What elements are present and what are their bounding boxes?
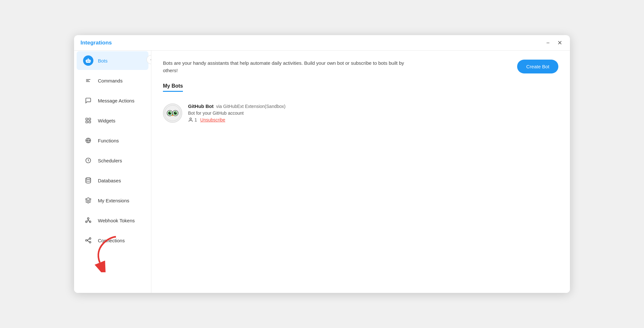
svg-rect-5 bbox=[90, 60, 91, 62]
svg-rect-10 bbox=[89, 118, 91, 120]
sidebar-item-label-widgets: Widgets bbox=[98, 118, 115, 123]
content-description: Bots are your handy assistants that help… bbox=[163, 60, 414, 74]
sidebar-item-label-bots: Bots bbox=[98, 58, 108, 63]
bot-card: GitHub Bot via GitHubExt Extension(Sandb… bbox=[163, 100, 558, 126]
sidebar-item-widgets[interactable]: Widgets bbox=[77, 111, 148, 130]
app-title: Integrations bbox=[80, 40, 112, 46]
bot-description: Bot for your GitHub account bbox=[188, 111, 286, 116]
schedulers-icon bbox=[83, 155, 93, 166]
svg-point-1 bbox=[87, 61, 88, 62]
sidebar-item-my-extensions[interactable]: My Extensions bbox=[77, 191, 148, 210]
sidebar-item-connections[interactable]: Connections bbox=[77, 231, 148, 250]
svg-rect-12 bbox=[89, 121, 91, 123]
databases-icon bbox=[83, 175, 93, 186]
sidebar-item-label-commands: Commands bbox=[98, 78, 123, 83]
svg-point-30 bbox=[170, 112, 171, 113]
svg-rect-3 bbox=[88, 58, 89, 60]
bot-icon bbox=[83, 55, 93, 66]
sidebar-item-label-schedulers: Schedulers bbox=[98, 158, 122, 163]
content-area: Bots are your handy assistants that help… bbox=[151, 51, 570, 293]
commands-icon bbox=[83, 75, 93, 86]
app-window: Integrations − ✕ ‹ bbox=[74, 35, 570, 293]
svg-point-34 bbox=[175, 112, 176, 113]
functions-icon bbox=[83, 135, 93, 146]
svg-rect-0 bbox=[86, 60, 90, 63]
main-body: ‹ Bots bbox=[74, 51, 570, 293]
sidebar-item-label-my-extensions: My Extensions bbox=[98, 198, 129, 203]
svg-line-23 bbox=[87, 239, 90, 240]
message-actions-icon bbox=[83, 95, 93, 106]
sidebar-item-schedulers[interactable]: Schedulers bbox=[77, 151, 148, 170]
titlebar: Integrations − ✕ bbox=[74, 35, 570, 51]
svg-rect-9 bbox=[86, 118, 88, 120]
unsubscribe-button[interactable]: Unsubscribe bbox=[200, 117, 225, 122]
sidebar-item-label-webhook-tokens: Webhook Tokens bbox=[98, 218, 135, 223]
create-bot-button[interactable]: Create Bot bbox=[517, 60, 558, 73]
svg-point-20 bbox=[86, 240, 87, 241]
extensions-icon bbox=[83, 195, 93, 206]
close-button[interactable]: ✕ bbox=[556, 39, 564, 47]
sidebar-item-label-databases: Databases bbox=[98, 178, 121, 183]
bot-info: GitHub Bot via GitHubExt Extension(Sandb… bbox=[188, 103, 286, 122]
section-title: My Bots bbox=[163, 83, 183, 92]
minimize-button[interactable]: − bbox=[545, 39, 551, 47]
webhook-icon bbox=[83, 215, 93, 226]
bot-avatar bbox=[163, 103, 182, 123]
svg-point-21 bbox=[89, 238, 91, 239]
bot-name: GitHub Bot bbox=[188, 103, 213, 109]
svg-point-36 bbox=[190, 118, 191, 120]
bot-name-row: GitHub Bot via GitHubExt Extension(Sandb… bbox=[188, 103, 286, 109]
svg-point-22 bbox=[89, 241, 91, 243]
widgets-icon bbox=[83, 115, 93, 126]
svg-rect-4 bbox=[86, 60, 86, 62]
connections-icon bbox=[83, 235, 93, 246]
bot-via: via GitHubExt Extension(Sandbox) bbox=[216, 104, 286, 109]
content-header: Bots are your handy assistants that help… bbox=[163, 60, 558, 74]
svg-rect-11 bbox=[86, 121, 88, 123]
sidebar-item-label-message-actions: Message Actions bbox=[98, 98, 134, 103]
sidebar-item-webhook-tokens[interactable]: Webhook Tokens bbox=[77, 211, 148, 230]
sidebar-item-message-actions[interactable]: Message Actions bbox=[77, 91, 148, 110]
window-controls: − ✕ bbox=[545, 39, 564, 47]
subscriber-number: 1 bbox=[194, 117, 197, 122]
sidebar-item-bots[interactable]: Bots bbox=[77, 51, 148, 70]
sidebar-item-commands[interactable]: Commands bbox=[77, 71, 148, 90]
svg-point-17 bbox=[88, 218, 89, 219]
sidebar-item-databases[interactable]: Databases bbox=[77, 171, 148, 190]
bot-meta: 1 Unsubscribe bbox=[188, 117, 286, 122]
sidebar-item-label-connections: Connections bbox=[98, 238, 125, 243]
svg-point-2 bbox=[89, 61, 90, 62]
svg-point-16 bbox=[86, 178, 91, 179]
svg-line-24 bbox=[87, 240, 90, 242]
subscriber-count: 1 bbox=[188, 117, 197, 122]
sidebar-item-label-functions: Functions bbox=[98, 138, 119, 143]
my-bots-section: My Bots bbox=[163, 83, 558, 126]
sidebar: ‹ Bots bbox=[74, 51, 151, 293]
sidebar-item-functions[interactable]: Functions bbox=[77, 131, 148, 150]
